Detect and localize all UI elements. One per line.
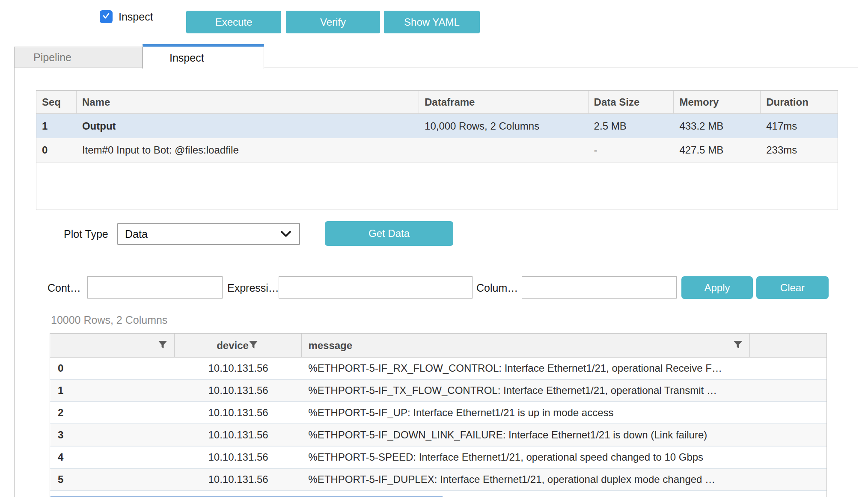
inspect-checkbox[interactable] (100, 10, 113, 23)
grid-row[interactable]: 0 10.10.131.56 %ETHPORT-5-IF_RX_FLOW_CON… (50, 358, 826, 380)
expression-label: Expressi… (227, 282, 279, 294)
apply-button[interactable]: Apply (681, 276, 753, 299)
grid-cell-device: 10.10.131.56 (175, 447, 302, 468)
tab-inspect-label: Inspect (169, 52, 204, 64)
grid-cell-spacer (750, 424, 826, 446)
grid-cell-index: 1 (50, 380, 175, 401)
filter-icon[interactable] (158, 340, 167, 352)
cell-dataframe (419, 138, 589, 162)
grid-cell-message: %ETHPORT-5-IF_TX_FLOW_CONTROL: Interface… (302, 380, 750, 401)
grid-cell-index: 4 (50, 447, 175, 468)
plot-type-selected-value: Data (125, 228, 148, 240)
grid-col-spacer (750, 334, 826, 357)
inspect-panel: Seq Name Dataframe Data Size Memory Dura… (14, 68, 858, 497)
cell-memory: 433.2 MB (674, 114, 761, 138)
plot-type-label: Plot Type (64, 228, 108, 240)
grid-row[interactable]: 4 10.10.131.56 %ETHPORT-5-SPEED: Interfa… (50, 447, 826, 469)
grid-row[interactable]: 1 10.10.131.56 %ETHPORT-5-IF_TX_FLOW_CON… (50, 380, 826, 402)
col-header-seq[interactable]: Seq (36, 91, 77, 113)
tab-pipeline[interactable]: Pipeline (14, 47, 143, 68)
cell-data-size: - (589, 138, 674, 162)
grid-cell-index: 0 (50, 358, 175, 379)
cell-duration: 233ms (761, 138, 838, 162)
grid-cell-message: %ETHPORT-5-IF_DOWN_LINK_FAILURE: Interfa… (302, 424, 750, 446)
grid-cell-index: 5 (50, 469, 175, 490)
col-header-duration[interactable]: Duration (761, 91, 838, 113)
checkmark-icon (102, 12, 110, 22)
grid-cell-message: %ETHPORT-5-IF_UP: Interface Ethernet1/21… (302, 402, 750, 423)
cell-name: Item#0 Input to Bot: @files:loadfile (77, 138, 419, 162)
cell-seq: 1 (36, 114, 77, 138)
steps-table-row-input[interactable]: 0 Item#0 Input to Bot: @files:loadfile -… (36, 138, 838, 163)
steps-table-header: Seq Name Dataframe Data Size Memory Dura… (36, 91, 838, 114)
grid-cell-spacer (750, 402, 826, 423)
cell-dataframe: 10,000 Rows, 2 Columns (419, 114, 589, 138)
grid-row[interactable]: 3 10.10.131.56 %ETHPORT-5-IF_DOWN_LINK_F… (50, 424, 826, 447)
grid-summary: 10000 Rows, 2 Columns (51, 314, 167, 326)
grid-cell-index: 2 (50, 402, 175, 423)
grid-cell-spacer (750, 380, 826, 401)
tab-pipeline-label: Pipeline (33, 51, 71, 64)
tab-inspect[interactable]: Inspect (143, 44, 264, 69)
get-data-button[interactable]: Get Data (325, 221, 453, 246)
col-header-dataframe[interactable]: Dataframe (419, 91, 589, 113)
grid-col-device-label: device (217, 340, 249, 352)
column-label: Colum… (476, 282, 518, 294)
execute-button[interactable]: Execute (186, 11, 281, 33)
grid-row[interactable]: 2 10.10.131.56 %ETHPORT-5-IF_UP: Interfa… (50, 402, 826, 424)
grid-cell-message: %ETHPORT-5-IF_RX_FLOW_CONTROL: Interface… (302, 358, 750, 379)
contains-input[interactable] (87, 276, 223, 299)
show-yaml-button[interactable]: Show YAML (384, 11, 480, 33)
grid-cell-device: 10.10.131.56 (175, 380, 302, 401)
cell-data-size: 2.5 MB (589, 114, 674, 138)
grid-cell-device: 10.10.131.56 (175, 424, 302, 446)
grid-cell-index: 3 (50, 424, 175, 446)
grid-col-device[interactable]: device (175, 334, 302, 357)
verify-button[interactable]: Verify (286, 11, 380, 33)
column-input[interactable] (522, 276, 677, 299)
filter-icon[interactable] (249, 340, 258, 352)
cell-duration: 417ms (761, 114, 838, 138)
grid-col-message-label: message (308, 340, 352, 352)
grid-cell-message: %ETHPORT-5-SPEED: Interface Ethernet1/21… (302, 447, 750, 468)
expression-input[interactable] (279, 276, 473, 299)
steps-table-row-output[interactable]: 1 Output 10,000 Rows, 2 Columns 2.5 MB 4… (36, 114, 838, 138)
cell-name: Output (77, 114, 419, 138)
grid-cell-spacer (750, 358, 826, 379)
grid-cell-device: 10.10.131.56 (175, 469, 302, 490)
contains-label: Cont… (48, 282, 81, 294)
inspect-screen: Inspect Execute Verify Show YAML Pipelin… (0, 0, 868, 497)
cell-memory: 427.5 MB (674, 138, 761, 162)
col-header-data-size[interactable]: Data Size (589, 91, 674, 113)
cell-seq: 0 (36, 138, 77, 162)
steps-table: Seq Name Dataframe Data Size Memory Dura… (36, 90, 838, 210)
data-grid: device message 0 10.10.131.56 %ETHPORT-5… (50, 333, 827, 497)
filter-icon[interactable] (733, 340, 743, 352)
inspect-checkbox-label: Inspect (119, 11, 153, 23)
grid-cell-device: 10.10.131.56 (175, 402, 302, 423)
grid-cell-message: %ETHPORT-5-IF_DUPLEX: Interface Ethernet… (302, 469, 750, 490)
col-header-memory[interactable]: Memory (674, 91, 761, 113)
grid-col-index[interactable] (50, 334, 175, 357)
chevron-down-icon (280, 228, 291, 240)
grid-cell-spacer (750, 469, 826, 490)
plot-type-select[interactable]: Data (117, 223, 300, 245)
grid-cell-device: 10.10.131.56 (175, 358, 302, 379)
grid-cell-spacer (750, 447, 826, 468)
col-header-name[interactable]: Name (77, 91, 419, 113)
inspect-checkbox-group: Inspect (100, 10, 153, 23)
clear-button[interactable]: Clear (756, 276, 829, 299)
grid-row[interactable]: 5 10.10.131.56 %ETHPORT-5-IF_DUPLEX: Int… (50, 469, 826, 491)
data-grid-header: device message (50, 334, 826, 358)
grid-col-message[interactable]: message (302, 334, 750, 357)
